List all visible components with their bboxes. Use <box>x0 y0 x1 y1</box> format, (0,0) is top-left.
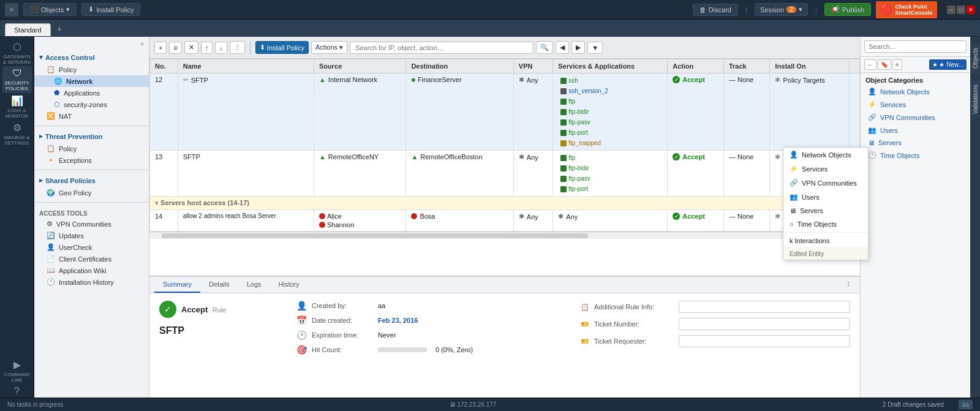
col-no: No. <box>150 59 178 74</box>
service-tag: ftp-pasv <box>558 175 662 183</box>
network-objects-dd-icon: 👤 <box>790 151 798 159</box>
list-button[interactable]: ≡ <box>169 42 181 54</box>
server-icon: 🖥 <box>450 401 456 408</box>
sidebar-item-security[interactable]: 🛡 SECURITY POLICIES <box>2 66 32 93</box>
sidebar-item-manage[interactable]: ⚙ MANAGE & SETTINGS <box>2 120 32 147</box>
more-button[interactable]: ⋮ <box>230 41 245 54</box>
right-search-input[interactable] <box>864 40 967 53</box>
sidebar-item-command[interactable]: ▶ COMMAND LINE <box>2 357 32 384</box>
right-item-servers[interactable]: 🖥 Servers <box>861 137 970 149</box>
ticket-requester-input[interactable] <box>679 335 850 347</box>
expand-panel-button[interactable]: ↕ <box>842 277 855 293</box>
shared-policies-title[interactable]: ▸ Shared Policies <box>34 174 149 187</box>
validations-tab[interactable]: Validations <box>970 80 980 119</box>
network-icon: ▲ <box>319 153 326 160</box>
collapse-button[interactable]: « <box>138 38 146 50</box>
table-row[interactable]: 12 ✏ SFTP ▲ Internal Network <box>150 74 860 151</box>
nav-item-security-zones[interactable]: ⬡ security-zones <box>34 99 149 110</box>
nav-item-applications[interactable]: ⬟ Applications <box>34 87 149 99</box>
any-icon: ✱ <box>558 213 564 221</box>
cell-name: SFTP <box>178 151 314 197</box>
publish-button[interactable]: 📢 Publish <box>824 3 871 16</box>
tab-details[interactable]: Details <box>200 277 238 293</box>
cell-services: ftp ftp-bidir ftp-pasv ftp-port <box>553 151 668 197</box>
actions-button[interactable]: Actions ▾ <box>311 41 347 54</box>
dd-item-time-objects[interactable]: ○ Time Objects <box>783 217 868 231</box>
dd-item-users[interactable]: 👥 Users <box>783 190 868 204</box>
right-item-services[interactable]: ⚡ Services <box>861 98 970 111</box>
bottom-content: ✓ Accept Rule SFTP 👤 Created by: aa <box>149 293 860 411</box>
prev-button[interactable]: ◀ <box>556 41 569 54</box>
bookmark-button[interactable]: 🔖 <box>878 59 891 70</box>
right-item-time-objects[interactable]: 🕐 Time Objects <box>861 149 970 162</box>
nav-item-client-certs[interactable]: 📄 Client Certificates <box>34 253 149 265</box>
sidebar-item-gateways[interactable]: ⬡ GATEWAYS & SERVERS <box>2 39 32 66</box>
objects-button[interactable]: ⬛ Objects ▾ <box>23 3 77 16</box>
nav-item-network[interactable]: 🌐 Network <box>34 75 149 87</box>
dd-item-servers[interactable]: 🖥 Servers <box>783 204 868 217</box>
minimize-button[interactable]: ─ <box>947 6 956 14</box>
install-policy-toolbar-button[interactable]: ⬇ Install Policy <box>255 41 309 54</box>
move-up-button[interactable]: ↑ <box>201 42 213 54</box>
nav-item-threat-policy[interactable]: 📋 Policy <box>34 143 149 154</box>
search-button[interactable]: 🔍 <box>536 41 553 54</box>
install-policy-button[interactable]: ⬇ Install Policy <box>81 3 140 16</box>
tab-summary[interactable]: Summary <box>154 277 200 293</box>
ticket-number-input[interactable] <box>679 318 850 330</box>
table-row[interactable]: 14 allow 2 admins reach Bosa Server Alic… <box>150 210 860 232</box>
horizontal-scrollbar[interactable] <box>149 232 860 239</box>
next-button[interactable]: ▶ <box>571 41 585 54</box>
nav-item-usercheck[interactable]: 👤 UserCheck <box>34 241 149 253</box>
right-item-users[interactable]: 👥 Users <box>861 124 970 137</box>
right-item-vpn-communities[interactable]: 🔗 VPN Communities <box>861 111 970 124</box>
nav-item-policy[interactable]: 📋 Policy <box>34 64 149 75</box>
users-dd-icon: 👥 <box>790 193 798 201</box>
new-object-button[interactable]: ★ ★ New... <box>929 59 967 70</box>
col-name: Name <box>178 59 314 74</box>
nav-section-shared-policies: ▸ Shared Policies 🌍 Geo Policy <box>34 174 149 198</box>
maximize-button[interactable]: □ <box>957 6 965 14</box>
threat-prevention-title[interactable]: ▸ Threat Prevention <box>34 130 149 143</box>
delete-button[interactable]: ✕ <box>184 41 198 54</box>
content-area: + ≡ ✕ ↑ ↓ ⋮ ⬇ Install Policy Actions ▾ 🔍… <box>149 37 860 411</box>
dd-item-interactions[interactable]: k Interactions <box>783 234 868 247</box>
nav-item-exceptions[interactable]: 🔸 Exceptions <box>34 154 149 166</box>
move-down-button[interactable]: ↓ <box>215 42 227 54</box>
sidebar-item-logs[interactable]: 📊 LOGS & MONITOR <box>2 93 32 120</box>
nav-item-updates[interactable]: 🔄 Updates <box>34 230 149 241</box>
services-icon: ⚡ <box>868 100 876 108</box>
tabbar: Standard + <box>0 20 980 37</box>
back-button[interactable]: ← <box>864 59 876 70</box>
dd-item-services[interactable]: ⚡ Services <box>783 162 868 176</box>
vpn-dd-icon: 🔗 <box>790 179 798 187</box>
nav-item-app-wiki[interactable]: 📖 Application Wiki <box>34 265 149 276</box>
nav-item-geo-policy[interactable]: 🌍 Geo Policy <box>34 187 149 198</box>
add-tab-button[interactable]: + <box>52 21 67 36</box>
tab-logs[interactable]: Logs <box>238 277 270 293</box>
close-button[interactable]: ✕ <box>967 6 975 14</box>
nav-item-vpn-communities[interactable]: ⚙ VPN Communities <box>34 218 149 230</box>
objects-tab[interactable]: Objects <box>970 43 980 74</box>
filter-button[interactable]: ▼ <box>587 42 603 54</box>
vpn-icon: ⚙ <box>47 220 53 228</box>
tab-standard[interactable]: Standard <box>5 23 51 36</box>
cert-icon: 📄 <box>47 255 55 263</box>
table-row[interactable]: 13 SFTP ▲ RemoteOfficeNY ▲ RemoteOfficeB <box>150 151 860 197</box>
nav-item-installation-history[interactable]: 🕐 Installation History <box>34 276 149 288</box>
zones-icon: ⬡ <box>54 100 60 108</box>
dd-item-vpn-communities[interactable]: 🔗 VPN Communities <box>783 176 868 190</box>
additional-rule-input[interactable] <box>679 301 850 313</box>
updates-icon: 🔄 <box>47 232 55 239</box>
app-menu-icon[interactable]: ≡ <box>5 3 18 17</box>
right-item-network-objects[interactable]: 👤 Network Objects <box>861 85 970 98</box>
dd-item-network-objects[interactable]: 👤 Network Objects <box>783 148 868 162</box>
add-rule-button[interactable]: + <box>154 42 167 54</box>
tab-history[interactable]: History <box>270 277 308 293</box>
group-row[interactable]: ▾ Servers host access (14-17) <box>150 197 860 210</box>
search-input[interactable] <box>350 42 533 54</box>
list-view-button[interactable]: ≡ <box>892 59 902 70</box>
session-button[interactable]: Session 2 ▾ <box>755 3 808 16</box>
nav-item-nat[interactable]: 🔀 NAT <box>34 110 149 122</box>
access-control-title[interactable]: ▾ Access Control <box>34 51 149 64</box>
discard-button[interactable]: 🗑 Discard <box>693 4 738 16</box>
